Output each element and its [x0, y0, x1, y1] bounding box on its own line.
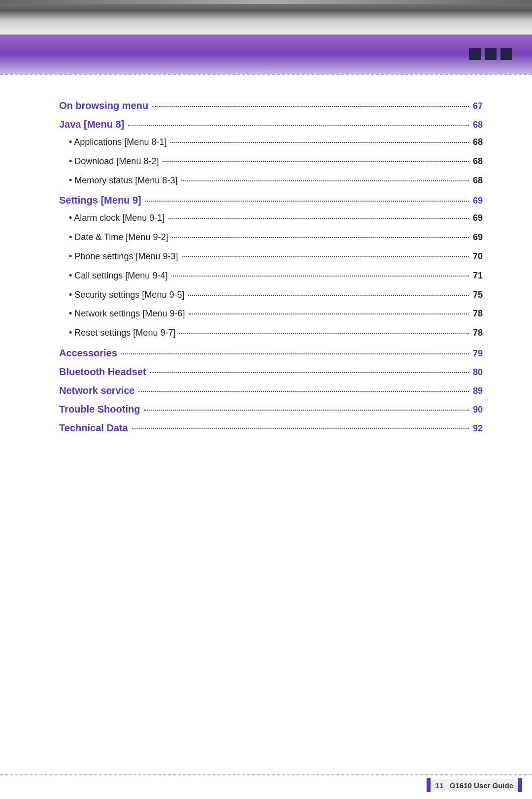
toc-page-applications: 68 [473, 135, 483, 149]
toc-label-phone-settings: Phone settings [Menu 9-3] [69, 249, 178, 264]
toc-page-phone-settings: 70 [473, 249, 483, 264]
toc-page-accessories: 79 [473, 347, 483, 361]
toc-item-download[interactable]: Download [Menu 8-2] 68 [59, 154, 483, 169]
toc-dots-download [163, 161, 469, 162]
banner-squares [469, 48, 512, 60]
toc-dots-bluetooth-headset [150, 372, 469, 373]
toc-label-accessories: Accessories [59, 345, 117, 361]
toc-label-bluetooth-headset: Bluetooth Headset [59, 364, 146, 380]
toc-item-network-settings[interactable]: Network settings [Menu 9-6] 78 [59, 307, 483, 321]
toc-item-applications[interactable]: Applications [Menu 8-1] 68 [59, 135, 483, 149]
toc-dots-settings-menu-9 [145, 201, 469, 202]
banner-square-1 [469, 48, 481, 60]
toc-item-call-settings[interactable]: Call settings [Menu 9-4] 71 [59, 269, 483, 283]
toc-label-applications: Applications [Menu 8-1] [69, 135, 166, 149]
toc-label-reset-settings: Reset settings [Menu 9-7] [69, 326, 175, 340]
purple-banner [0, 35, 532, 74]
toc-page-reset-settings: 78 [473, 326, 483, 340]
toc-label-network-service: Network service [59, 382, 134, 398]
toc-dots-phone-settings [182, 256, 469, 257]
toc-page-alarm-clock: 69 [473, 211, 483, 225]
footer-text: 11 G1610 User Guide [431, 779, 518, 792]
toc-item-trouble-shooting[interactable]: Trouble Shooting 90 [59, 401, 483, 417]
main-content: On browsing menu 67 Java [Menu 8] 68 App… [0, 75, 532, 468]
toc-item-security-settings[interactable]: Security settings [Menu 9-5] 75 [59, 288, 483, 302]
toc-item-java-menu-8[interactable]: Java [Menu 8] 68 [59, 116, 483, 132]
toc-dots-security-settings [188, 295, 469, 296]
toc-page-network-service: 89 [473, 384, 483, 398]
toc-label-download: Download [Menu 8-2] [69, 154, 159, 169]
footer-bar: 11 G1610 User Guide [0, 775, 532, 795]
toc-page-on-browsing-menu: 67 [473, 99, 483, 113]
toc-dots-reset-settings [179, 333, 469, 334]
toc-label-settings-menu-9: Settings [Menu 9] [59, 192, 141, 208]
toc-item-technical-data[interactable]: Technical Data 92 [59, 420, 483, 436]
toc-label-java-menu-8: Java [Menu 8] [59, 116, 124, 132]
footer-accent-right [518, 778, 522, 792]
toc-label-network-settings: Network settings [Menu 9-6] [69, 307, 185, 321]
toc-label-trouble-shooting: Trouble Shooting [59, 401, 140, 417]
toc-dots-accessories [121, 353, 469, 354]
toc-item-alarm-clock[interactable]: Alarm clock [Menu 9-1] 69 [59, 211, 483, 225]
banner-square-2 [485, 48, 497, 60]
footer-guide-label: G1610 User Guide [450, 781, 513, 790]
toc-label-alarm-clock: Alarm clock [Menu 9-1] [69, 211, 165, 225]
banner-square-3 [500, 48, 512, 60]
toc-dots-network-service [138, 391, 469, 392]
toc-label-security-settings: Security settings [Menu 9-5] [69, 288, 184, 302]
toc-item-bluetooth-headset[interactable]: Bluetooth Headset 80 [59, 364, 483, 380]
toc-label-technical-data: Technical Data [59, 420, 128, 436]
toc-dots-on-browsing-menu [152, 106, 469, 107]
toc-dots-alarm-clock [168, 218, 469, 219]
toc-item-network-service[interactable]: Network service 89 [59, 382, 483, 398]
toc-dots-trouble-shooting [144, 410, 469, 411]
toc-dots-call-settings [171, 276, 469, 277]
toc-page-java-menu-8: 68 [473, 118, 483, 132]
footer-accent-left [427, 778, 431, 792]
toc-page-security-settings: 75 [473, 288, 483, 302]
toc-label-on-browsing-menu: On browsing menu [59, 98, 148, 113]
toc-label-memory-status: Memory status [Menu 8-3] [69, 174, 177, 188]
toc-item-settings-menu-9[interactable]: Settings [Menu 9] 69 [59, 192, 483, 208]
footer: 11 G1610 User Guide [0, 774, 532, 799]
toc-item-date-time[interactable]: Date & Time [Menu 9-2] 69 [59, 230, 483, 244]
footer-content: 11 G1610 User Guide [427, 778, 522, 792]
top-header [0, 0, 532, 35]
toc-page-memory-status: 68 [473, 174, 483, 188]
toc-item-on-browsing-menu[interactable]: On browsing menu 67 [59, 98, 483, 113]
toc-page-settings-menu-9: 69 [473, 194, 483, 208]
toc-label-date-time: Date & Time [Menu 9-2] [69, 230, 168, 244]
toc-item-accessories[interactable]: Accessories 79 [59, 345, 483, 361]
toc-label-call-settings: Call settings [Menu 9-4] [69, 269, 167, 283]
toc-dots-applications [170, 142, 469, 143]
toc-page-trouble-shooting: 90 [473, 403, 483, 417]
toc-page-download: 68 [473, 154, 483, 169]
toc-page-bluetooth-headset: 80 [473, 365, 483, 380]
toc-page-technical-data: 92 [473, 421, 483, 436]
toc-page-call-settings: 71 [473, 269, 483, 283]
footer-page-number: 11 [435, 781, 444, 790]
toc-item-phone-settings[interactable]: Phone settings [Menu 9-3] 70 [59, 249, 483, 264]
toc-dots-date-time [172, 237, 469, 238]
toc-page-network-settings: 78 [473, 307, 483, 321]
toc-dots-technical-data [132, 428, 469, 429]
toc-item-reset-settings[interactable]: Reset settings [Menu 9-7] 78 [59, 326, 483, 340]
toc-item-memory-status[interactable]: Memory status [Menu 8-3] 68 [59, 174, 483, 188]
toc-dots-memory-status [181, 180, 469, 181]
toc-dots-network-settings [189, 313, 469, 314]
toc-page-date-time: 69 [473, 230, 483, 244]
toc-dots-java-menu-8 [128, 125, 469, 126]
